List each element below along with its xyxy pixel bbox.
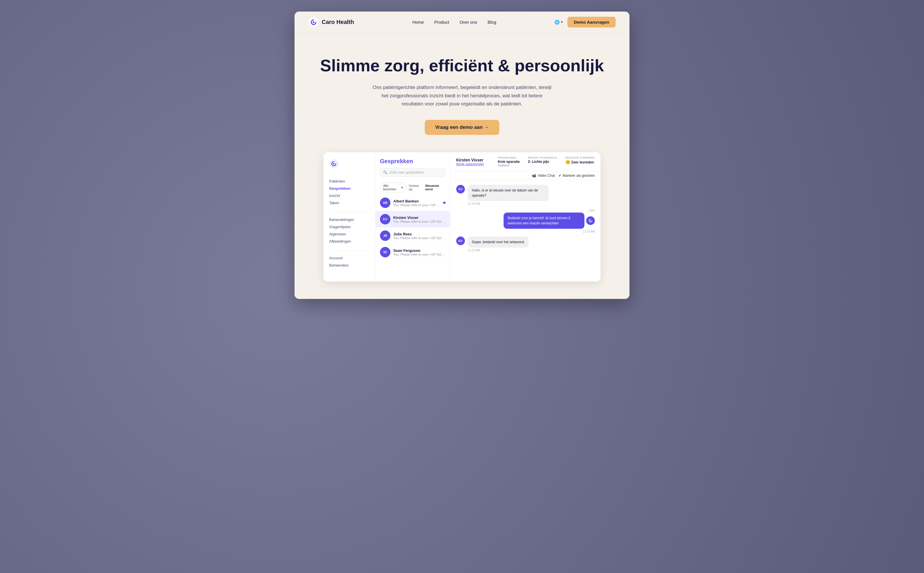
conv-preview-julie: You: Please refer to your • GP Oct 20 bbox=[393, 236, 446, 240]
chat-area: Kirsten Visser Bekijk patiëntprofiel PRO… bbox=[450, 152, 600, 282]
sidebar-section-main: Patiënten Gesprekken Inzicht Taken bbox=[329, 178, 369, 207]
app-container: Patiënten Gesprekken Inzicht Taken Bahan… bbox=[324, 152, 600, 282]
meta-pijn-value: 3: Lichte pijn bbox=[528, 160, 557, 164]
conversations-header: Gesprekken 🔍 Zoek naar gesprekken bbox=[375, 152, 450, 180]
avatar-jr: JR bbox=[380, 230, 390, 241]
msg-time-1: 11:10 AM bbox=[468, 202, 549, 205]
meta-programma-label: PROGRAMMA bbox=[498, 156, 520, 159]
meta-programma: PROGRAMMA Knie operatie Gepland bbox=[498, 156, 520, 167]
msg-avatar-kv-1: KV bbox=[456, 185, 465, 194]
sidebar-item-taken[interactable]: Taken bbox=[329, 199, 369, 207]
conv-info-sean: Sean Ferguson You: Please refer to your … bbox=[393, 248, 446, 256]
svg-point-4 bbox=[590, 220, 591, 221]
meta-stemming-value: 😊 Zeer tevreden bbox=[565, 160, 595, 164]
message-1: KV Hallo, is er al nieuws over de datum … bbox=[456, 185, 595, 205]
sidebar-item-vragenlijsten[interactable]: Vragenlijsten bbox=[329, 223, 369, 230]
nav-home[interactable]: Home bbox=[412, 20, 424, 25]
conversations-title: Gesprekken bbox=[380, 158, 446, 164]
avatar-kv: KV bbox=[380, 214, 390, 224]
more-options-button[interactable]: ··· bbox=[496, 218, 502, 223]
conv-item-sean[interactable]: SF Sean Ferguson You: Please refer to yo… bbox=[375, 244, 450, 260]
sidebar-item-algemeen[interactable]: Algemeen bbox=[329, 230, 369, 238]
chat-messages: KV Hallo, is er al nieuws over de datum … bbox=[450, 180, 600, 282]
conversations-panel: Gesprekken 🔍 Zoek naar gesprekken Alle b… bbox=[375, 152, 450, 282]
app-preview: Patiënten Gesprekken Inzicht Taken Bahan… bbox=[294, 152, 630, 299]
nav-blog[interactable]: Blog bbox=[488, 20, 496, 25]
hero-section: Slimme zorg, efficiënt & persoonlijk Ons… bbox=[294, 33, 630, 152]
sidebar-item-patienten[interactable]: Patiënten bbox=[329, 178, 369, 185]
msg-avatar-kv-3: KV bbox=[456, 236, 465, 245]
sidebar-section-secondary: Bahandelingen Vragenlijsten Algemeen Afb… bbox=[329, 216, 369, 245]
nav-right: 🌐 ▾ Demo Aanvragen bbox=[554, 17, 616, 27]
markeer-gesloten-button[interactable]: ✔ Markeer als gesloten bbox=[558, 174, 595, 178]
caro-avatar bbox=[586, 216, 595, 225]
meta-programma-sub: Gepland bbox=[498, 164, 520, 167]
conv-item-julie[interactable]: JR Julie Rees You: Please refer to your … bbox=[375, 228, 450, 244]
conv-preview-sean: You: Please refer to your • GP Oct 19 bbox=[393, 253, 446, 256]
sidebar-item-afbeeldingen[interactable]: Afbeeldingen bbox=[329, 238, 369, 245]
msg-col-3: Super, bedankt voor het antwoord. 11:12 … bbox=[468, 236, 529, 252]
avatar-sf: SF bbox=[380, 247, 390, 257]
avatar-ab: AB bbox=[380, 197, 390, 208]
meta-pijn-label: RECENT PIJNNIVEAU bbox=[528, 156, 557, 159]
stemming-emoji: 😊 bbox=[565, 160, 570, 164]
browser-window: Caro Health Home Product Over ons Blog 🌐… bbox=[294, 11, 630, 299]
sidebar-item-gesprekken[interactable]: Gesprekken bbox=[329, 185, 369, 192]
check-icon: ✔ bbox=[558, 174, 561, 178]
meta-stemming: RECENTE STEMMING 😊 Zeer tevreden bbox=[565, 156, 595, 164]
msg-row-2-inner: ··· Bedankt voor je bericht! Je kunt bin… bbox=[496, 213, 595, 229]
logo-icon bbox=[308, 17, 319, 27]
nav-product[interactable]: Product bbox=[434, 20, 449, 25]
video-chat-button[interactable]: 📹 Video Chat bbox=[532, 174, 555, 178]
meta-stemming-label: RECENTE STEMMING bbox=[565, 156, 595, 159]
sort-value: Nieuwste eerst bbox=[425, 184, 446, 191]
sidebar-item-account[interactable]: Account bbox=[329, 254, 369, 261]
patient-profile-link[interactable]: Bekijk patiëntprofiel bbox=[456, 162, 484, 166]
chat-actions: 📹 Video Chat ✔ Markeer als gesloten bbox=[450, 171, 600, 180]
message-3: KV Super, bedankt voor het antwoord. 11:… bbox=[456, 236, 595, 252]
patient-info: Kirsten Visser Bekijk patiëntprofiel bbox=[456, 158, 484, 166]
sidebar-item-bahandelingen[interactable]: Bahandelingen bbox=[329, 216, 369, 223]
navbar: Caro Health Home Product Over ons Blog 🌐… bbox=[294, 11, 630, 33]
conv-preview-kirsten: You: Please refer to your • GP Oct 21 bbox=[393, 220, 446, 223]
svg-point-3 bbox=[333, 163, 335, 164]
cta-button[interactable]: Vraag een demo aan → bbox=[425, 120, 499, 135]
msg-bubble-1: Hallo, is er al nieuws over de datum van… bbox=[468, 185, 549, 201]
sidebar-item-inzicht[interactable]: Inzicht bbox=[329, 192, 369, 199]
msg-time-2: 11:10 AM bbox=[583, 230, 595, 233]
conv-name-julie: Julie Rees bbox=[393, 232, 446, 236]
msg-col-1: Hallo, is er al nieuws over de datum van… bbox=[468, 185, 549, 205]
sidebar-divider-1 bbox=[329, 212, 369, 213]
conv-item-kirsten[interactable]: KV Kirsten Visser You: Please refer to y… bbox=[375, 211, 450, 228]
conv-preview-albert: You: Please refer to your • GP Oct 21 bbox=[393, 204, 440, 207]
msg-time-3: 11:12 AM bbox=[468, 249, 529, 252]
hero-subtitle: Ons patiëntgerichte platform informeert,… bbox=[372, 83, 552, 109]
search-icon: 🔍 bbox=[383, 171, 388, 174]
logo-area: Caro Health bbox=[308, 17, 354, 27]
search-box[interactable]: 🔍 Zoek naar gesprekken bbox=[380, 168, 446, 177]
sidebar-logo-icon bbox=[329, 159, 338, 168]
unread-dot-albert bbox=[443, 202, 446, 204]
patient-meta: PROGRAMMA Knie operatie Gepland RECENT P… bbox=[498, 156, 595, 167]
msg-bubble-2: Bedankt voor je bericht! Je kunt binnen … bbox=[503, 213, 585, 229]
demo-aanvragen-button[interactable]: Demo Aanvragen bbox=[568, 17, 616, 27]
filter-all-messages[interactable]: Alle berichten ▾ bbox=[380, 183, 406, 193]
message-2: Caro ··· Bedankt voor je bericht! Je kun… bbox=[456, 209, 595, 233]
conv-info-albert: Albert Banken You: Please refer to your … bbox=[393, 199, 440, 207]
hero-title: Slimme zorg, efficiënt & persoonlijk bbox=[306, 56, 618, 75]
conv-name-sean: Sean Ferguson bbox=[393, 248, 446, 253]
sort-label: Sorteer op: bbox=[408, 184, 423, 191]
lang-chevron: ▾ bbox=[561, 20, 563, 24]
nav-links: Home Product Over ons Blog bbox=[412, 20, 496, 25]
conversation-list: AB Albert Banken You: Please refer to yo… bbox=[375, 195, 450, 282]
msg-bubble-3: Super, bedankt voor het antwoord. bbox=[468, 236, 529, 247]
filter-bar: Alle berichten ▾ Sorteer op: Nieuwste ee… bbox=[375, 180, 450, 195]
lang-button[interactable]: 🌐 ▾ bbox=[554, 20, 563, 25]
conv-item-albert[interactable]: AB Albert Banken You: Please refer to yo… bbox=[375, 195, 450, 211]
sidebar-item-beheerders[interactable]: Beheerders bbox=[329, 261, 369, 269]
patient-name: Kirsten Visser bbox=[456, 158, 484, 162]
msg-col-2: Caro ··· Bedankt voor je bericht! Je kun… bbox=[496, 209, 595, 233]
sidebar-section-footer: Account Beheerders bbox=[329, 254, 369, 269]
search-placeholder: Zoek naar gesprekken bbox=[389, 171, 424, 174]
nav-overons[interactable]: Over ons bbox=[460, 20, 477, 25]
